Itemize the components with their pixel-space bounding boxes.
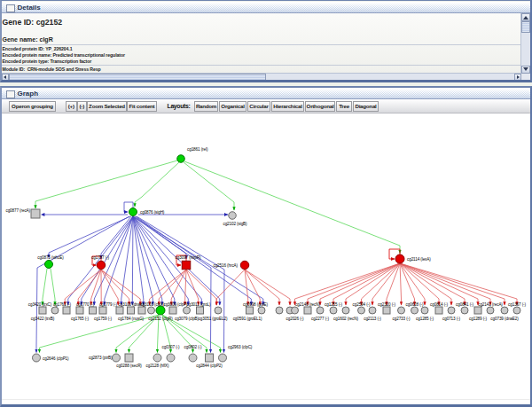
svg-text:cg1765 (-): cg1765 (-) — [71, 317, 90, 321]
svg-text:cg1367 (-): cg1367 (-) — [508, 302, 527, 307]
svg-text:cg0802 (-): cg0802 (-) — [184, 345, 203, 349]
svg-text:cg3103 (clpX): cg3103 (clpX) — [140, 302, 165, 307]
svg-text:cg0591 (groEL1): cg0591 (groEL1) — [233, 317, 262, 321]
svg-text:cg1787 (-): cg1787 (-) — [91, 255, 110, 260]
svg-text:cg2873 (ptrB): cg2873 (ptrB) — [89, 356, 113, 360]
svg-text:cg3079 (clpB): cg3079 (clpB) — [175, 317, 200, 321]
svg-text:cg1602 (recN): cg1602 (recN) — [333, 317, 358, 321]
svg-text:cg1761 (-): cg1761 (-) — [53, 302, 72, 307]
svg-text:cg0628 (-): cg0628 (-) — [406, 302, 425, 307]
svg-text:cg2114 (lexA): cg2114 (lexA) — [407, 257, 431, 262]
svg-text:cg2320 (-): cg2320 (-) — [378, 302, 396, 307]
svg-text:cg1759 (-): cg1759 (-) — [94, 317, 113, 321]
svg-text:cg2152 (clgR): cg2152 (clgR) — [148, 317, 173, 321]
svg-text:cg0739 (dnaE2): cg0739 (dnaE2) — [490, 317, 519, 321]
svg-text:cg2844 (clpP2): cg2844 (clpP2) — [196, 364, 223, 368]
svg-text:cg2277 (-): cg2277 (-) — [311, 317, 330, 321]
svg-text:cg2141 (recA): cg2141 (recA) — [478, 302, 503, 307]
svg-text:cg0307 (-): cg0307 (-) — [162, 345, 181, 349]
svg-text:cg3097 (hspR): cg3097 (hspR) — [176, 255, 201, 260]
svg-text:cg1289 (-): cg1289 (-) — [469, 317, 488, 321]
svg-text:cg2646 (clpP1): cg2646 (clpP1) — [43, 356, 69, 361]
svg-text:cg2026 (-): cg2026 (-) — [286, 317, 305, 321]
svg-text:cg0998 (grpE): cg0998 (grpE) — [243, 302, 268, 307]
svg-text:cg3420 (trxC): cg3420 (trxC) — [28, 302, 52, 307]
svg-text:cg0841 (-): cg0841 (-) — [456, 302, 474, 307]
svg-text:cg0876 (sigH): cg0876 (sigH) — [140, 210, 165, 215]
svg-text:cg2102 (sigB): cg2102 (sigB) — [223, 222, 247, 226]
svg-text:cg2963 (clpC): cg2963 (clpC) — [228, 345, 253, 349]
svg-text:cg1770 (-): cg1770 (-) — [76, 302, 95, 307]
svg-text:cg2128 (hflX): cg2128 (hflX) — [145, 364, 169, 368]
svg-text:cg2594 (-): cg2594 (-) — [353, 302, 372, 307]
svg-text:cg0288 (secR): cg0288 (secR) — [116, 364, 142, 368]
svg-text:cg2733 (-): cg2733 (-) — [393, 317, 411, 321]
svg-text:cg1255 (-): cg1255 (-) — [325, 302, 343, 307]
svg-text:cg2113 (-): cg2113 (-) — [364, 317, 381, 321]
svg-text:cg3422 (trxB): cg3422 (trxB) — [31, 317, 55, 321]
svg-text:cg2146 (recN): cg2146 (recN) — [295, 302, 320, 307]
svg-text:cg3011 (groL): cg3011 (groL) — [187, 302, 212, 307]
svg-text:cg3009 (clpP): cg3009 (clpP) — [163, 302, 188, 307]
svg-text:cg1784 (nusG): cg1784 (nusG) — [118, 317, 145, 321]
svg-text:cg0814 (-): cg0814 (-) — [430, 302, 449, 307]
svg-text:cg0713 (-): cg0713 (-) — [442, 317, 461, 321]
svg-text:cg3051 (groEL2): cg3051 (groEL2) — [199, 317, 228, 321]
svg-text:cg2516 (hrcA): cg2516 (hrcA) — [213, 263, 238, 268]
svg-text:cg1861 (rel): cg1861 (rel) — [187, 147, 208, 152]
svg-text:cg1779 (-): cg1779 (-) — [99, 302, 118, 307]
svg-text:cg1285 (-): cg1285 (-) — [416, 317, 434, 321]
svg-text:cg0877 (recA): cg0877 (recA) — [5, 208, 30, 213]
svg-text:cg0875 (whcE): cg0875 (whcE) — [37, 255, 64, 260]
